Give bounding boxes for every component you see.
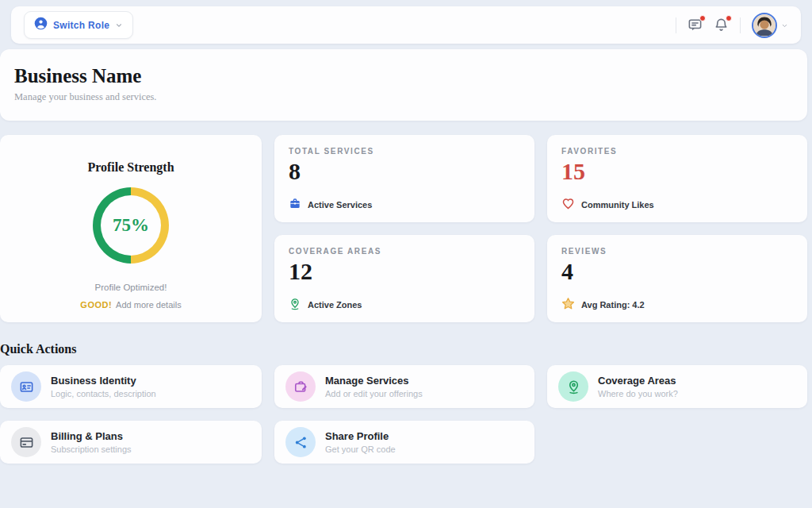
chevron-down-icon	[781, 18, 788, 33]
stat-label: REVIEWS	[561, 247, 793, 256]
quick-actions-section: Business Identity Logic, contacts, descr…	[0, 365, 807, 464]
avatar	[752, 13, 777, 38]
quick-action-title: Manage Services	[325, 375, 423, 387]
stat-value: 4	[561, 260, 793, 283]
chevron-down-icon	[115, 18, 123, 33]
stat-footer-label: Active Services	[308, 200, 372, 210]
notification-badge	[699, 15, 706, 21]
user-circle-icon	[34, 17, 48, 33]
divider	[740, 17, 741, 33]
stat-card-coverage-areas: COVERAGE AREAS 12 Active Zones	[274, 235, 534, 322]
hint-text: Add more details	[116, 300, 182, 310]
profile-strength-title: Profile Strength	[87, 160, 174, 175]
status-badge: GOOD!	[80, 300, 112, 310]
share-icon	[285, 427, 316, 457]
briefcase-edit-icon	[285, 371, 316, 402]
profile-menu[interactable]	[752, 13, 788, 38]
quick-action-title: Billing & Plans	[51, 430, 132, 442]
stat-label: FAVORITES	[561, 147, 793, 156]
messages-icon[interactable]	[688, 17, 703, 33]
quick-action-manage-services[interactable]: Manage Services Add or edit your offerin…	[274, 365, 534, 408]
quick-action-share-profile[interactable]: Share Profile Get your QR code	[274, 421, 534, 464]
quick-action-title: Coverage Areas	[598, 375, 678, 387]
profile-status-text: Profile Optimized!	[95, 283, 167, 292]
quick-actions-title: Quick Actions	[0, 342, 76, 356]
credit-card-icon	[11, 427, 41, 457]
page-title: Business Name	[14, 65, 807, 87]
quick-action-subtitle: Get your QR code	[325, 444, 396, 454]
donut-percent-label: 75%	[93, 187, 169, 264]
page-subtitle: Manage your business and services.	[14, 91, 807, 103]
bell-icon[interactable]	[714, 17, 729, 33]
stat-label: TOTAL SERVICES	[289, 147, 520, 156]
divider	[676, 17, 676, 33]
stat-value: 8	[289, 160, 520, 183]
stat-card-reviews: REVIEWS 4 Avg Rating: 4.2	[547, 235, 807, 322]
stat-label: COVERAGE AREAS	[289, 247, 520, 256]
id-card-icon	[11, 371, 41, 402]
notification-badge	[726, 15, 732, 21]
quick-action-subtitle: Where do you work?	[598, 389, 678, 398]
stat-value: 15	[561, 160, 793, 183]
topbar-right-cluster	[676, 13, 788, 38]
profile-strength-card: Profile Strength 75% Profile Optimized! …	[0, 135, 262, 322]
quick-action-coverage-areas[interactable]: Coverage Areas Where do you work?	[547, 365, 807, 408]
quick-action-title: Share Profile	[325, 430, 396, 442]
quick-action-subtitle: Subscription settings	[51, 444, 132, 454]
briefcase-icon	[289, 198, 301, 212]
quick-action-subtitle: Logic, contacts, description	[51, 389, 156, 398]
top-bar: Switch Role	[11, 6, 801, 44]
quick-action-billing-plans[interactable]: Billing & Plans Subscription settings	[0, 421, 262, 464]
stat-footer-label: Active Zones	[308, 300, 362, 310]
stat-card-total-services: TOTAL SERVICES 8 Active Services	[274, 135, 534, 222]
profile-strength-donut: 75%	[93, 187, 169, 264]
switch-role-button[interactable]: Switch Role	[24, 11, 133, 39]
quick-action-business-identity[interactable]: Business Identity Logic, contacts, descr…	[0, 365, 262, 408]
quick-action-title: Business Identity	[51, 375, 156, 387]
profile-hint-text: GOOD!Add more details	[80, 300, 181, 310]
switch-role-label: Switch Role	[53, 20, 109, 31]
map-pin-icon	[289, 298, 301, 312]
map-pin-icon	[558, 371, 588, 402]
stats-section: Profile Strength 75% Profile Optimized! …	[0, 135, 807, 322]
stat-footer-label: Avg Rating: 4.2	[581, 300, 645, 310]
stat-value: 12	[289, 260, 520, 283]
star-icon	[561, 297, 575, 312]
stat-footer-label: Community Likes	[581, 200, 654, 210]
stat-card-favorites: FAVORITES 15 Community Likes	[547, 135, 807, 222]
page-header: Business Name Manage your business and s…	[0, 49, 807, 121]
heart-icon	[561, 197, 575, 212]
quick-action-subtitle: Add or edit your offerings	[325, 389, 423, 398]
